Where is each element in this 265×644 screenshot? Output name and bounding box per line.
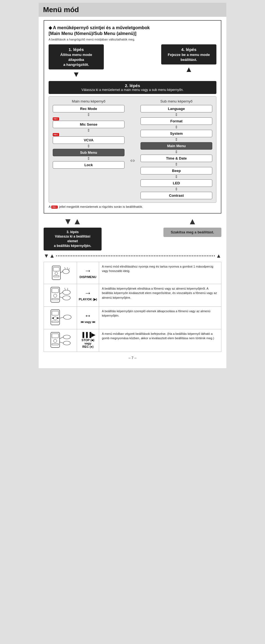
svg-line-6 [65,267,65,269]
step4-desc: Fejezze be a menu mode beállítást. [165,52,213,62]
step3-area: ▼ ▲ 3. lépés Válassza ki a beállítási el… [44,216,102,250]
instr-row-3: ◀ ▶ ↔ ⏮ vagy ⏭ A beállítás képernyőjén s… [44,307,221,329]
instr-arrow-1: → DISP/MENU [77,262,99,284]
svg-point-4 [63,269,69,274]
svg-rect-30 [52,344,59,345]
main-menu-col: Main menu képernyő Rec Mode ⇕ REC Mic Se… [53,99,124,200]
sub-menu-item-led: LED ⇕ [141,179,212,191]
svg-line-16 [60,297,63,298]
arrow-sm-s5: ⇕ [175,162,178,166]
instr-img-4 [44,329,77,352]
step4-arrow-up: ▲ [185,66,193,73]
dotted-arrow-up: ▲ [49,253,55,259]
contrast-item: Contrast [141,192,212,199]
dotted-line [56,255,215,256]
svg-rect-27 [51,332,60,347]
menu-columns: Main menu képernyő Rec Mode ⇕ REC Mic Se… [49,96,216,203]
button-label-4: STOP (■) vagyREC (●) [78,338,98,348]
cancel-area: ▲ Szakítsa meg a beállítást. [163,216,221,237]
arrow-sm-4: ⇕ [87,157,90,160]
step1-arrow-down: ▼ [72,71,80,78]
svg-rect-28 [52,334,59,338]
submenu-item: Sub Menu [53,149,124,156]
lock-item: Lock [53,161,124,169]
arrow-right-icon-1: → [84,267,92,274]
svg-line-8 [69,268,69,270]
arrow-up-big: ▲ [73,216,82,227]
instr-text-4: A menü módban végzett beállítások befeje… [99,329,221,352]
page-title: Menü mód [43,6,222,14]
svg-point-11 [54,294,57,297]
svg-line-34 [60,342,63,343]
main-menu-title: Main menu képernyő [53,99,124,103]
step3-desc: Válassza ki a beállítási elemeta beállít… [49,234,96,248]
beep-item: Beep [141,167,212,174]
main-content-box: ◆ A menüképernyő szintjei és a műveletgo… [44,20,221,214]
svg-point-21 [54,317,57,320]
svg-point-33 [63,341,70,345]
instr-arrow-4: ▐▐▐▶ STOP (■) vagyREC (●) [77,329,99,352]
horiz-arrow-icon: ⇔ [130,157,135,164]
rec-note: A REC jellel megjelölt menüelemek a rögz… [49,205,216,208]
cancel-box: Szakítsa meg a beállítást. [163,228,221,237]
step1-desc: Állítsa menu mode állapotbaa hangrögzítő… [52,52,100,68]
arrow-up-big2: ▲ [188,216,197,226]
arrow-sm-2: ⇕ [87,128,90,132]
sub-menu-title: Sub menu képernyő [141,99,212,103]
device-svg-2 [47,286,74,304]
timedate-item: Time & Date [141,155,212,162]
rec-badge-note: REC [51,206,58,209]
svg-rect-10 [52,289,59,293]
instr-img-1 [44,262,77,284]
device-svg-4 [47,332,74,349]
svg-line-26 [60,317,63,318]
main-subtitle: A beállítások a hangrögzítő menü módjába… [49,38,216,41]
button-label-1: DISP/MENU [80,275,96,279]
arrow-down-big: ▼ [63,216,72,227]
arrow-stop-icon-4: ▐▐▐▶ [81,332,95,337]
instr-row-1: → DISP/MENU A menü mód elindításához nyo… [44,262,221,284]
main-menu-item-vcva: REC VCVA ⇕ [53,133,124,148]
svg-point-2 [55,272,58,275]
step3-arrows: ▼ ▲ [63,216,81,227]
step4-box: 4. lépés Fejezze be a menu mode beállítá… [161,44,216,64]
sub-menu-item-format: Format ⇕ [141,117,212,129]
step4-num: 4. lépés [165,47,213,52]
recmode-item: Rec Mode [53,105,124,112]
svg-line-14 [60,292,63,294]
dotted-section: ▼ ▲ ▲ [44,253,221,259]
step2-desc: Válassza ki a menüelemet a main menu vag… [52,88,213,92]
diamond-icon: ◆ [49,25,52,30]
instructions-table: → DISP/MENU A menü mód elindításához nyo… [44,262,221,352]
sub-menu-item-language: Language ⇕ [141,105,212,117]
sub-menu-item-timedate: Time & Date ⇕ [141,155,212,166]
svg-rect-20 [52,311,59,315]
svg-rect-9 [51,287,60,302]
instr-row-4: ▐▐▐▶ STOP (■) vagyREC (●) A menü módban … [44,329,221,352]
instr-text-2: A beállítás képernyőjének elindítása a f… [99,284,221,306]
instr-arrow-2: → PLAY/OK (▶) [77,284,99,306]
svg-rect-3 [54,276,59,277]
main-menu-item-submenu: Sub Menu ⇕ [53,149,124,161]
svg-point-31 [63,335,70,339]
steps-bottom-area: ▼ ▲ 3. lépés Válassza ki a beállítási el… [44,216,221,250]
rec-badge-vcva: REC [53,133,59,136]
step3-box: 3. lépés Válassza ki a beállítási elemet… [44,228,102,250]
arrow-sm-s1: ⇕ [175,113,178,117]
step1-num: 1. lépés [52,47,100,52]
instr-text-1: A menü mód elindításához nyomja meg és t… [99,262,221,284]
svg-point-13 [63,290,70,295]
svg-rect-1 [53,267,59,271]
step1-box: 1. lépés Állítsa menu mode állapotbaa ha… [49,44,104,70]
instr-img-3: ◀ ▶ [44,307,77,329]
led-item: LED [141,179,212,187]
arrow-sm-s4: ⇕ [175,150,178,154]
svg-point-15 [63,296,70,300]
svg-text:◀: ◀ [52,316,54,319]
svg-line-5 [60,271,63,273]
instr-row-2: → PLAY/OK (▶) A beállítás képernyőjének … [44,284,221,307]
page-header: Menü mód [39,3,226,17]
svg-rect-12 [52,298,59,300]
micsense-item: Mic Sense [53,121,124,128]
cancel-arrows: ▲ [188,216,197,227]
